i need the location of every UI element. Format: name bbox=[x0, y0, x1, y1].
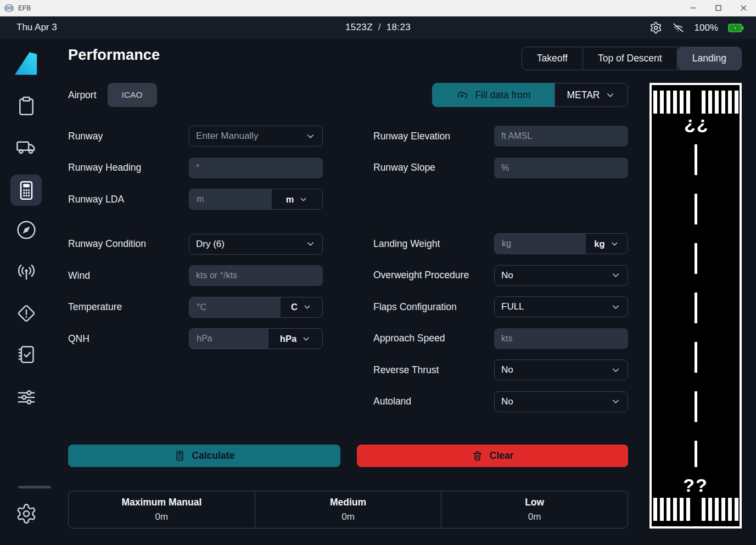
window-controls bbox=[680, 0, 756, 16]
chevron-down-icon bbox=[611, 302, 621, 312]
temperature-unit-select[interactable]: C bbox=[281, 297, 322, 317]
window-title: EFB bbox=[18, 4, 31, 12]
performance-form: Runway Enter Manually Runway Heading Run… bbox=[68, 126, 628, 412]
sidebar-item-adjustments[interactable] bbox=[0, 386, 52, 408]
approach-speed-input[interactable] bbox=[494, 328, 628, 349]
form-row-runway-condition: Runway Condition Dry (6) bbox=[68, 234, 323, 255]
calculator-icon bbox=[174, 450, 186, 462]
result-value: 0m bbox=[341, 512, 355, 522]
sidebar-item-flightplan[interactable] bbox=[0, 95, 52, 117]
landing-weight-input[interactable] bbox=[495, 234, 586, 254]
page-title: Performance bbox=[68, 47, 160, 64]
maximize-button[interactable] bbox=[705, 0, 731, 16]
select-value: Dry (6) bbox=[196, 239, 225, 250]
sidebar-item-performance[interactable] bbox=[10, 175, 42, 206]
compass-icon bbox=[15, 219, 37, 241]
runway-centerline bbox=[695, 144, 697, 467]
chevron-down-icon bbox=[305, 239, 316, 249]
close-icon bbox=[741, 5, 747, 11]
runway-lda-input[interactable] bbox=[189, 189, 272, 209]
select-value: No bbox=[501, 270, 513, 281]
flaps-configuration-select[interactable]: FULL bbox=[494, 296, 628, 317]
app-logo bbox=[0, 50, 52, 77]
runway-graphic: ?? ?? bbox=[649, 83, 742, 529]
truck-icon bbox=[15, 136, 37, 158]
qnh-unit-select[interactable]: hPa bbox=[268, 329, 322, 349]
sidebar-item-checklist[interactable] bbox=[0, 344, 52, 366]
field-label: Landing Weight bbox=[373, 238, 494, 250]
select-value: FULL bbox=[501, 301, 524, 312]
field-label: Runway Elevation bbox=[373, 131, 494, 142]
main-area: Performance Takeoff Top of Descent Landi… bbox=[0, 39, 756, 545]
gear-icon[interactable] bbox=[649, 21, 662, 34]
field-label: Autoland bbox=[373, 396, 494, 407]
clear-button[interactable]: Clear bbox=[357, 445, 628, 467]
sidebar-item-ground-services[interactable] bbox=[0, 136, 52, 158]
runway-elevation-input[interactable] bbox=[494, 126, 628, 147]
form-row-approach-speed: Approach Speed bbox=[373, 328, 628, 349]
fill-data-button[interactable]: Fill data from bbox=[432, 83, 555, 107]
runway-condition-select[interactable]: Dry (6) bbox=[189, 234, 323, 255]
reverse-thrust-select[interactable]: No bbox=[494, 359, 628, 380]
field-label: Runway LDA bbox=[68, 194, 189, 205]
calculate-button[interactable]: Calculate bbox=[68, 445, 340, 467]
field-label: QNH bbox=[68, 333, 189, 345]
airport-label: Airport bbox=[68, 89, 97, 101]
tab-top-of-descent[interactable]: Top of Descent bbox=[583, 47, 677, 70]
result-medium: Medium 0m bbox=[255, 491, 442, 528]
unit-value: m bbox=[286, 194, 294, 205]
fill-source-select[interactable]: METAR bbox=[555, 83, 628, 107]
minimize-icon bbox=[690, 5, 696, 11]
clipboard-icon bbox=[15, 95, 37, 117]
runway-select[interactable]: Enter Manually bbox=[189, 126, 323, 147]
form-row-runway: Runway Enter Manually bbox=[68, 126, 323, 147]
results-table: Maximum Manual 0m Medium 0m Low 0m bbox=[68, 491, 628, 529]
autoland-select[interactable]: No bbox=[494, 391, 628, 412]
sidebar-item-radio[interactable] bbox=[0, 261, 52, 283]
minimize-button[interactable] bbox=[680, 0, 705, 16]
wifi-off-icon bbox=[672, 21, 685, 34]
chevron-down-icon bbox=[611, 365, 621, 375]
calculator-icon bbox=[15, 179, 37, 201]
close-button[interactable] bbox=[731, 0, 756, 16]
result-value: 0m bbox=[155, 512, 169, 522]
result-maximum-manual: Maximum Manual 0m bbox=[69, 491, 255, 528]
wind-input[interactable] bbox=[189, 265, 323, 286]
calculate-label: Calculate bbox=[192, 450, 235, 462]
overweight-procedure-select[interactable]: No bbox=[494, 265, 628, 286]
maximize-icon bbox=[715, 5, 721, 11]
field-label: Runway Condition bbox=[68, 238, 189, 250]
statusbar-right: 100% bbox=[649, 16, 744, 39]
airport-row: Airport ICAO bbox=[68, 83, 157, 107]
sidebar-item-hazards[interactable] bbox=[0, 302, 52, 324]
form-right-column: Runway Elevation Runway Slope Landing We… bbox=[373, 126, 628, 412]
runway-lda-unit-select[interactable]: m bbox=[272, 189, 322, 209]
field-label: Approach Speed bbox=[373, 333, 494, 344]
time-separator: / bbox=[378, 22, 381, 32]
result-low: Low 0m bbox=[441, 491, 628, 528]
select-value: No bbox=[501, 364, 513, 375]
sliders-icon bbox=[15, 386, 37, 408]
logo-tail-icon bbox=[14, 50, 39, 77]
form-row-flaps-configuration: Flaps Configuration FULL bbox=[373, 296, 628, 317]
local-time: 18:23 bbox=[387, 22, 411, 32]
battery-charging-icon bbox=[728, 23, 744, 33]
cloud-download-icon bbox=[456, 89, 468, 102]
runway-slope-input[interactable] bbox=[494, 158, 628, 178]
form-row-runway-lda: Runway LDA m bbox=[68, 189, 323, 210]
settings-gear-icon bbox=[15, 503, 37, 525]
icao-button[interactable]: ICAO bbox=[108, 83, 157, 107]
runway-far-end-number: ?? bbox=[683, 114, 708, 139]
form-row-temperature: Temperature C bbox=[68, 297, 323, 318]
runway-heading-input[interactable] bbox=[189, 158, 323, 178]
qnh-input[interactable] bbox=[189, 329, 268, 349]
select-value: No bbox=[501, 396, 513, 407]
temperature-input[interactable] bbox=[189, 297, 281, 317]
field-label: Reverse Thrust bbox=[373, 364, 494, 376]
landing-weight-unit-select[interactable]: kg bbox=[586, 234, 628, 254]
tab-takeoff[interactable]: Takeoff bbox=[522, 47, 583, 70]
sidebar-item-settings[interactable] bbox=[0, 503, 52, 525]
sidebar-item-navigation[interactable] bbox=[0, 219, 52, 241]
tab-landing[interactable]: Landing bbox=[677, 47, 741, 70]
result-label: Low bbox=[525, 497, 544, 508]
